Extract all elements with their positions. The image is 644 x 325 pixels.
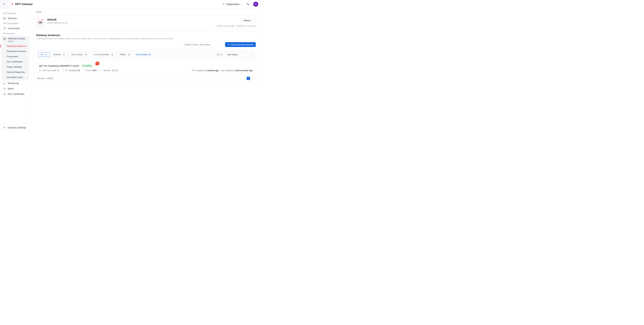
alert-icon [3,87,6,90]
organization-menu[interactable]: Organization [222,3,243,6]
tab-all[interactable]: All1 [38,52,50,57]
add-gateway-instance-button[interactable]: Add Gateway Instance [225,42,256,47]
info-icon [149,53,151,56]
chevron-left-icon [34,11,36,13]
brand-logo-icon [11,3,14,6]
svg-point-0 [222,3,223,4]
language-switcher[interactable] [246,3,250,6]
page-current[interactable]: 1 [247,77,250,80]
gear-icon [3,126,6,129]
status-tabs: All1 Healthy1 Out Of Sync0 Lost Connecti… [36,50,256,59]
svg-rect-4 [5,17,6,18]
sort-by-label: Sort by [216,53,223,56]
svg-point-8 [5,28,5,28]
sidebar-toggle[interactable] [0,0,8,9]
plus-icon [228,44,230,46]
translate-icon [246,3,250,6]
svg-rect-6 [5,19,6,19]
sidebar-submenu-gateway-groups: Gateway Instances Published Services Con… [1,44,29,81]
sort-direction-button[interactable] [248,52,254,57]
search-input[interactable] [180,42,223,47]
sidebar-item-gateway-instances[interactable]: Gateway Instances [1,44,29,49]
tab-healthy[interactable]: Healthy1 [51,52,68,57]
annotation-badge: 1 [96,64,100,68]
svg-point-1 [224,3,224,4]
tab-offline[interactable]: Offline0 [118,52,133,57]
svg-rect-20 [84,70,86,71]
status-badge: Healthy [81,64,93,68]
sidebar-section-runtime: API Runtime [1,31,29,36]
server-icon [3,38,6,40]
sidebar-item-sub-consumers[interactable]: Consumers [1,54,29,59]
version-icon [100,69,102,72]
results-count: Results:1-1 of 1 [37,77,53,80]
cpu-icon [39,69,41,72]
sidebar-item-published-services[interactable]: Published Services [1,49,29,54]
pencil-icon [42,19,44,21]
svg-point-12 [4,39,4,40]
instances-panel: Gateway Instances A gateway instance is … [33,31,258,83]
group-meta: Created: an hour ago Updated: an hour ag… [216,25,256,27]
svg-point-19 [64,70,64,70]
sidebar-item-ssl-certificates[interactable]: SSL Certificates [1,91,29,97]
users-icon [3,27,6,30]
back-link[interactable]: Back [34,11,42,13]
instance-name: api7-ee-3-gateway-b9d4db9c7-stcw8 [39,65,79,67]
instance-timestamps: First reported: a minute ago Last report… [192,69,253,72]
sidebar-item-alerts[interactable]: Alerts [1,86,29,91]
sidebar-item-service-registries[interactable]: Service Registries [1,70,29,75]
instance-row[interactable]: api7-ee-3-gateway-b9d4db9c7-stcw8 Health… [36,62,256,74]
svg-point-13 [4,88,5,89]
lock-icon [3,93,6,95]
swap-icon [3,3,6,6]
tab-out-of-sync[interactable]: Out Of Sync0 [69,52,90,57]
svg-rect-5 [4,19,4,19]
actions-button[interactable]: Actions [241,18,256,23]
group-title: default [47,18,68,21]
tab-lost-connection[interactable]: Lost Connection0 [92,52,116,57]
page-next[interactable]: › [251,77,255,80]
sidebar-item-plugin-settings[interactable]: Plugin Settings [1,64,29,70]
brand-name: API7 Gateway [15,3,33,6]
about-status-link[interactable]: About Status [136,53,151,56]
ip-icon [62,69,64,72]
grid-icon [3,17,6,20]
group-avatar: de [36,18,45,27]
sort-icon [250,53,252,56]
page-prev[interactable]: ‹ [242,77,246,80]
pagination-row: Results:1-1 of 1 ‹ 1 › [36,74,256,81]
group-subtitle: default gateway group [47,22,68,24]
sidebar-item-gateway-settings[interactable]: Gateway Settings [1,125,29,130]
sidebar-item-services[interactable]: Services [1,16,29,21]
instances-title: Gateway Instances [36,34,256,37]
main-content: Back de default default gateway group Ac… [31,9,261,132]
group-header-card: de default default gateway group Actions… [33,16,258,29]
svg-point-7 [4,28,4,28]
chevron-down-icon [241,3,243,5]
svg-point-11 [4,38,4,38]
port-icon [84,69,86,72]
svg-point-2 [223,5,224,5]
sidebar: API Publishing Services API Consumption … [0,9,31,132]
chart-icon [3,82,6,85]
sidebar-item-ssl-certificates-sub[interactable]: SSL Certificates [1,59,29,64]
sidebar-section-publishing: API Publishing [1,11,29,16]
org-icon [222,3,225,6]
brand[interactable]: API7 Gateway [11,3,33,6]
svg-point-18 [39,70,41,71]
sidebar-item-consumers[interactable]: Consumers [1,26,29,31]
topbar: API7 Gateway Organization A [0,0,261,9]
sidebar-item-permitted-users[interactable]: Permitted Users [1,75,29,80]
chevron-down-icon [252,19,254,21]
chevron-down-icon [26,88,28,90]
instances-description: A gateway instance is a single node or s… [36,38,256,40]
sidebar-section-consumption: API Consumption [1,21,29,26]
chevron-down-icon [243,54,245,56]
svg-rect-14 [4,94,5,95]
svg-rect-3 [4,17,4,18]
user-avatar[interactable]: A [253,2,258,7]
sidebar-item-gateway-groups[interactable]: Gateway Groups default [1,36,29,44]
svg-point-15 [4,127,5,128]
sidebar-item-monitoring[interactable]: Monitoring [1,81,29,86]
sort-select[interactable]: Last report... [225,52,247,57]
